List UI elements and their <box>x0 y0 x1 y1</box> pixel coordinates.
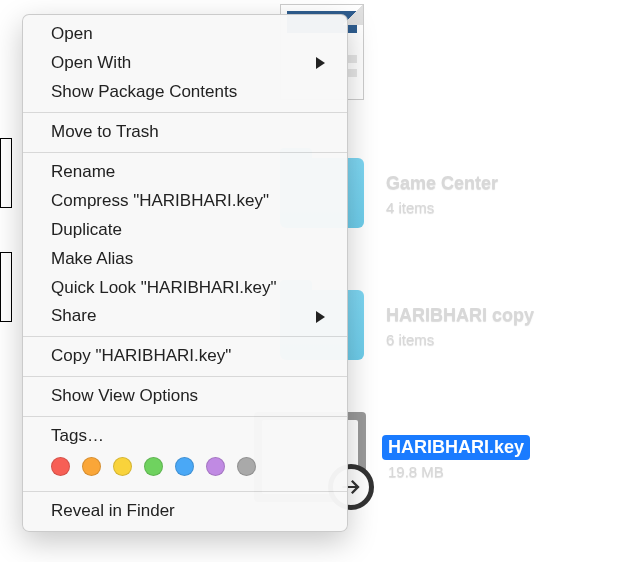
menu-separator <box>23 376 347 377</box>
tags-row <box>23 451 347 486</box>
menu-item-quick-look[interactable]: Quick Look "HARIBHARI.key" <box>23 274 347 303</box>
file-label: Game Center <box>380 171 504 196</box>
tag-blue[interactable] <box>175 457 194 476</box>
file-icon-partial <box>0 138 12 208</box>
menu-item-copy[interactable]: Copy "HARIBHARI.key" <box>23 342 347 371</box>
menu-item-reveal-in-finder[interactable]: Reveal in Finder <box>23 497 347 526</box>
context-menu: Open Open With Show Package Contents Mov… <box>22 14 348 532</box>
tag-yellow[interactable] <box>113 457 132 476</box>
menu-item-show-package[interactable]: Show Package Contents <box>23 78 347 107</box>
file-label-selected: HARIBHARI.key <box>382 435 530 460</box>
menu-separator <box>23 416 347 417</box>
file-sublabel: 19.8 MB <box>382 463 530 480</box>
menu-item-show-view-options[interactable]: Show View Options <box>23 382 347 411</box>
menu-separator <box>23 112 347 113</box>
menu-item-duplicate[interactable]: Duplicate <box>23 216 347 245</box>
tag-purple[interactable] <box>206 457 225 476</box>
file-icon-partial <box>0 252 12 322</box>
menu-item-open[interactable]: Open <box>23 20 347 49</box>
menu-separator <box>23 152 347 153</box>
menu-separator <box>23 336 347 337</box>
menu-item-open-with[interactable]: Open With <box>23 49 347 78</box>
file-sublabel: 6 items <box>380 331 540 348</box>
menu-item-make-alias[interactable]: Make Alias <box>23 245 347 274</box>
tag-red[interactable] <box>51 457 70 476</box>
menu-separator <box>23 491 347 492</box>
submenu-arrow-icon <box>316 57 325 69</box>
menu-item-tags[interactable]: Tags… <box>23 422 347 451</box>
submenu-arrow-icon <box>316 311 325 323</box>
menu-item-move-to-trash[interactable]: Move to Trash <box>23 118 347 147</box>
menu-item-compress[interactable]: Compress "HARIBHARI.key" <box>23 187 347 216</box>
tag-orange[interactable] <box>82 457 101 476</box>
file-sublabel: 4 items <box>380 199 504 216</box>
menu-item-share[interactable]: Share <box>23 302 347 331</box>
tag-green[interactable] <box>144 457 163 476</box>
file-label: HARIBHARI copy <box>380 303 540 328</box>
tag-gray[interactable] <box>237 457 256 476</box>
menu-item-rename[interactable]: Rename <box>23 158 347 187</box>
